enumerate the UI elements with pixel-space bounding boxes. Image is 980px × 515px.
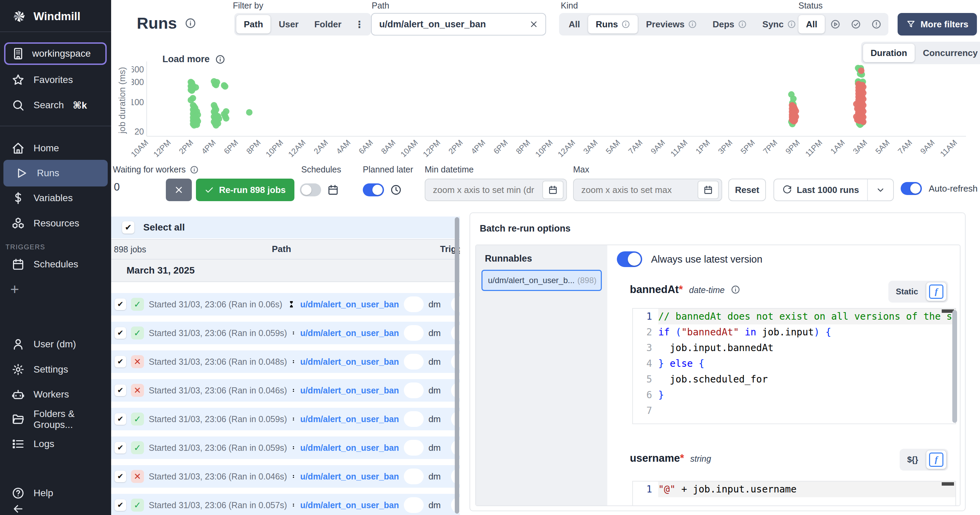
sidebar-item-home[interactable]: Home (0, 139, 111, 157)
table-row[interactable]: ✔✓Started 31/03, 23:06 (Ran in 0.059s)u/… (111, 322, 460, 344)
kind-option-previews[interactable]: Previews (638, 15, 705, 33)
row-checkbox[interactable]: ✔ (115, 499, 126, 511)
run-path-link[interactable]: u/dm/alert_on_user_ban (300, 328, 399, 338)
collapse-sidebar-button[interactable] (0, 501, 111, 515)
run-path-link[interactable]: u/dm/alert_on_user_ban (300, 414, 399, 424)
last-runs-dropdown[interactable] (867, 179, 893, 200)
filter-path-button[interactable] (404, 325, 424, 341)
sidebar-item-schedules[interactable]: Schedules (0, 255, 111, 273)
filter-path-button[interactable] (404, 354, 424, 369)
sidebar-item-search[interactable]: Search ⌘k (0, 96, 111, 114)
sidebar-item-folders[interactable]: Folders & Groups... (0, 410, 111, 428)
filter-option-user[interactable]: User (271, 15, 306, 33)
info-icon[interactable] (731, 285, 740, 295)
latest-version-toggle[interactable] (617, 251, 642, 267)
reset-button[interactable]: Reset (728, 179, 766, 201)
path-filter-input[interactable] (379, 19, 529, 30)
latest-version-control: Always use latest version (617, 251, 762, 267)
row-checkbox[interactable]: ✔ (115, 442, 126, 453)
kind-option-all[interactable]: All (561, 15, 587, 33)
table-scrollbar[interactable] (455, 217, 459, 513)
select-all-checkbox[interactable]: ✔ (122, 221, 134, 234)
row-checkbox[interactable]: ✔ (115, 327, 126, 339)
table-row[interactable]: ✔✕Started 31/03, 23:06 (Ran in 0.046s)u/… (111, 379, 460, 402)
schedules-label: Schedules (301, 165, 341, 174)
sidebar-item-runs[interactable]: Runs (3, 160, 108, 187)
table-row[interactable]: ✔✕Started 31/03, 23:06 (Ran in 0.048s)u/… (111, 350, 460, 373)
status-segmented: All (796, 13, 888, 35)
sidebar: Windmill workingspace Favorites Search ⌘… (0, 0, 111, 515)
sidebar-item-logs[interactable]: Logs (0, 435, 111, 453)
max-datetime-input[interactable] (581, 184, 694, 196)
sidebar-item-help[interactable]: Help (0, 484, 111, 502)
table-row[interactable]: ✔✕Started 31/03, 23:06 (Ran in 0.046s)u/… (111, 465, 460, 488)
mode-static[interactable]: Static (891, 287, 924, 296)
status-option-all[interactable]: All (799, 15, 825, 33)
filter-option-folder[interactable]: Folder (307, 15, 349, 33)
runnable-item[interactable]: u/dm/alert_on_user_b... (898) (482, 270, 602, 291)
run-path-link[interactable]: u/dm/alert_on_user_ban (300, 500, 399, 510)
code-line: // bannedAt does not exist on all versio… (658, 309, 955, 325)
table-row[interactable]: ✔✓Started 31/03, 23:06 (Ran in 0.06s)u/d… (111, 293, 460, 315)
trigger-user: dm (428, 414, 441, 425)
filter-option-path[interactable]: Path (236, 15, 270, 33)
sidebar-item-settings[interactable]: Settings (0, 361, 111, 379)
duration-scatter-chart[interactable]: 2010030060010AM12PM2PM4PM6PM8PM10PM12AM2… (132, 58, 973, 160)
cancel-selection-button[interactable] (166, 179, 192, 201)
auto-refresh-toggle[interactable] (900, 182, 922, 195)
mode-template[interactable]: ${} (902, 455, 924, 464)
sidebar-item-resources[interactable]: Resources (0, 214, 111, 232)
username-code-editor[interactable]: 1"@" + job.input.username (632, 481, 956, 506)
schedules-toggle[interactable] (300, 184, 321, 196)
run-path-link[interactable]: u/dm/alert_on_user_ban (300, 357, 399, 367)
status-option-failure[interactable] (867, 15, 886, 33)
sidebar-item-variables[interactable]: Variables (0, 189, 111, 207)
sidebar-item-favorites[interactable]: Favorites (0, 71, 111, 89)
mode-function-button[interactable]: f (926, 450, 946, 469)
mode-function-button[interactable]: f (926, 282, 946, 301)
row-checkbox[interactable]: ✔ (115, 385, 126, 396)
sidebar-item-workers[interactable]: Workers (0, 385, 111, 403)
filter-path-button[interactable] (404, 382, 424, 398)
table-row[interactable]: ✔✓Started 31/03, 23:06 (Ran in 0.059s)u/… (111, 408, 460, 430)
run-path-link[interactable]: u/dm/alert_on_user_ban (300, 443, 399, 453)
add-trigger-button[interactable]: + (10, 281, 19, 298)
filter-path-button[interactable] (404, 440, 424, 456)
row-checkbox[interactable]: ✔ (115, 356, 126, 368)
row-checkbox[interactable]: ✔ (115, 298, 126, 310)
row-checkbox[interactable]: ✔ (115, 471, 126, 482)
kind-option-runs[interactable]: Runs (588, 15, 638, 33)
table-row[interactable]: ✔✓Started 31/03, 23:06 (Ran in 0.059s)u/… (111, 436, 460, 459)
filter-path-button[interactable] (404, 411, 424, 427)
filter-path-button[interactable] (404, 469, 424, 484)
kebab-menu-icon[interactable]: ⋮ (350, 19, 369, 30)
row-checkbox[interactable]: ✔ (115, 413, 126, 425)
min-datetime-input[interactable] (432, 184, 539, 196)
planned-later-toggle[interactable] (363, 184, 384, 196)
logo[interactable]: Windmill (0, 6, 111, 27)
table-row[interactable]: ✔✓Started 31/03, 23:06 (Ran in 0.057s)u/… (111, 494, 460, 515)
more-filters-button[interactable]: More filters (897, 13, 977, 35)
status-option-running[interactable] (826, 15, 845, 33)
calendar-icon (703, 185, 713, 195)
workspace-switcher[interactable]: workingspace (4, 42, 107, 65)
filter-path-button[interactable] (404, 497, 424, 513)
run-path-link[interactable]: u/dm/alert_on_user_ban (300, 299, 399, 309)
last-runs-main[interactable]: Last 1000 runs (774, 179, 867, 200)
last-runs-button: Last 1000 runs (773, 179, 894, 201)
column-path[interactable]: Path (272, 244, 291, 254)
clear-icon[interactable] (529, 19, 539, 29)
max-calendar-button[interactable] (698, 181, 719, 199)
info-icon[interactable] (185, 17, 196, 29)
filter-path-button[interactable] (404, 296, 424, 312)
min-calendar-button[interactable] (542, 181, 563, 199)
run-path-link[interactable]: u/dm/alert_on_user_ban (300, 385, 399, 396)
run-path-link[interactable]: u/dm/alert_on_user_ban (300, 472, 399, 482)
page-title: Runs (137, 14, 196, 32)
kind-option-deps[interactable]: Deps (705, 15, 754, 33)
status-option-success[interactable] (846, 15, 866, 33)
rerun-jobs-button[interactable]: Re-run 898 jobs (196, 179, 294, 201)
sidebar-item-user[interactable]: User (dm) (0, 335, 111, 353)
bannedat-code-editor[interactable]: 1// bannedAt does not exist on all versi… (632, 308, 956, 424)
panel-scrollbar[interactable] (952, 310, 957, 423)
